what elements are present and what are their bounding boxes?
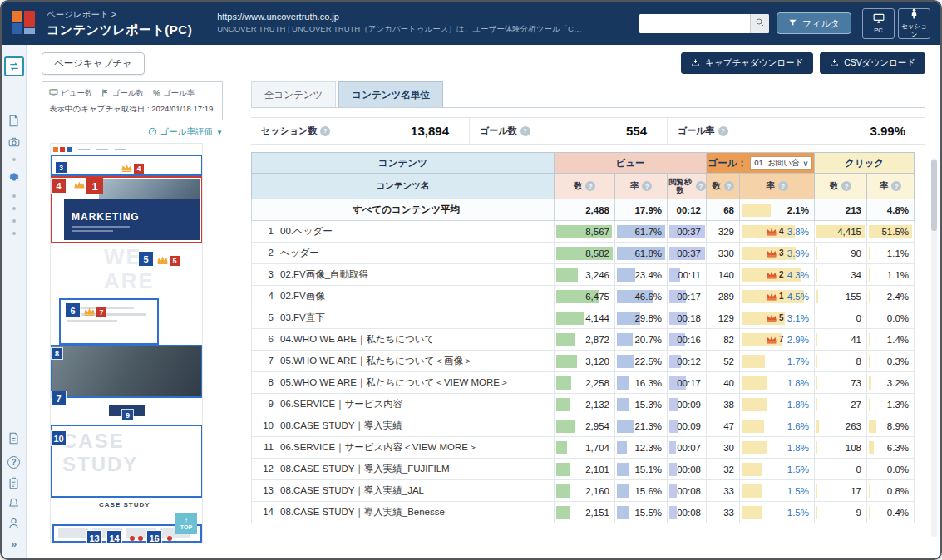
capture-region-chip[interactable]: 8 — [52, 348, 62, 359]
row-rank: 3 — [259, 269, 274, 279]
col-header-view-rate: 率? — [615, 174, 668, 199]
content-name: 06.SERVICE｜サービス内容 — [280, 399, 402, 409]
app-logo-icon[interactable] — [12, 11, 37, 36]
csv-download-button[interactable]: CSVダウンロード — [820, 52, 925, 74]
content-name: 02.FV画像 — [280, 291, 325, 301]
capture-region-chip[interactable]: 9 — [122, 410, 133, 420]
row-rank: 12 — [259, 464, 274, 474]
search-icon — [755, 17, 765, 30]
sidebar-camera-icon[interactable] — [8, 137, 20, 147]
device-pc-button[interactable]: PC — [862, 8, 895, 39]
main-content: ページキャプチャ キャプチャダウンロード CSVダウンロード — [27, 45, 940, 558]
sidebar-settings-gear-icon[interactable] — [7, 170, 21, 184]
flag-icon — [101, 89, 109, 99]
sidebar-memo-icon[interactable] — [8, 477, 19, 489]
content-name: 03.FV直下 — [280, 312, 325, 322]
table-row[interactable]: 503.FV直下4,14429.8%00:1812953.1%00.0% — [252, 307, 915, 329]
table-row[interactable]: 1308.CASE STUDY｜導入実績_JAL2,16015.6%00:083… — [252, 480, 915, 502]
table-row[interactable]: 402.FV画像6,47546.6%00:1728914.5%1552.4% — [252, 286, 915, 307]
content-report-table: コンテンツ ビュー ゴール： 01. お問い合 ∨ — [251, 152, 915, 523]
row-rank: 10 — [259, 420, 274, 430]
sidebar-compare-icon[interactable] — [4, 56, 24, 76]
help-icon[interactable]: ? — [891, 181, 901, 191]
legend-goal-rate: % ゴール率 — [153, 88, 195, 99]
row-rank: 8 — [259, 377, 274, 387]
crown-icon — [766, 332, 777, 347]
sidebar-report-icon[interactable] — [8, 432, 19, 445]
table-row[interactable]: 705.WHO WE ARE｜私たちについて＜画像＞3,12022.5%00:1… — [252, 351, 915, 372]
help-icon[interactable]: ? — [585, 181, 595, 191]
capture-region-chip[interactable]: 3 — [56, 162, 67, 173]
sidebar-document-icon[interactable] — [8, 115, 19, 127]
sidebar-expand-icon[interactable]: » — [11, 538, 17, 550]
table-row[interactable]: 2ヘッダー8,58261.8%00:3733033.9%901.1% — [252, 243, 915, 264]
sidebar-account-icon[interactable] — [8, 518, 19, 529]
capture-marker-dot — [138, 536, 143, 541]
col-header-view-count: 数? — [555, 174, 615, 199]
thumb-case-study-caption: CASE STUDY — [99, 501, 150, 508]
sidebar-dot-icon — [12, 232, 16, 235]
row-rank: 7 — [259, 356, 274, 366]
filter-button[interactable]: フィルタ — [777, 12, 851, 34]
table-row[interactable]: 302.FV画像_自動取得3,24623.4%00:1114024.3%341.… — [252, 264, 915, 286]
capture-region-chip[interactable]: 4 — [52, 179, 66, 193]
vertical-scrollbar[interactable] — [931, 158, 937, 537]
help-icon[interactable]: ? — [320, 126, 330, 136]
capture-region-chip[interactable]: 10 — [52, 431, 66, 445]
help-icon[interactable]: ? — [642, 181, 652, 191]
capture-region-chip[interactable]: 13 — [87, 531, 101, 543]
table-row-average: すべてのコンテンツ平均2,48817.9%00:12682.1%2134.8% — [252, 199, 915, 221]
crown-rank-badge: 3 — [766, 246, 784, 261]
page-capture-thumbnail[interactable]: MARKETING WE ARE CASE STUDY — [50, 143, 203, 543]
summary-goal-rate: ゴール率?3.99% — [667, 118, 925, 144]
device-session-button[interactable]: セッション — [898, 8, 930, 39]
help-icon[interactable]: ? — [696, 181, 706, 191]
content-name: 08.CASE STUDY｜導入実績 — [280, 420, 402, 430]
help-icon[interactable]: ? — [778, 181, 788, 191]
goal-rate-eval-toggle[interactable]: ゴール率評価 ▼ — [42, 126, 223, 138]
breadcrumb[interactable]: ページレポート > — [47, 9, 192, 21]
capture-region-chip[interactable]: 7 — [52, 391, 66, 405]
page-capture-button[interactable]: ページキャプチャ — [42, 52, 145, 75]
row-rank: 6 — [259, 334, 274, 344]
content-name: 08.CASE STUDY｜導入実績_FUJIFILM — [280, 464, 450, 474]
tab-content-name-unit[interactable]: コンテンツ名単位 — [338, 81, 442, 107]
capture-download-button[interactable]: キャプチャダウンロード — [681, 52, 813, 74]
sidebar-help-icon[interactable]: ? — [7, 456, 20, 469]
help-icon[interactable]: ? — [724, 181, 734, 191]
table-row[interactable]: 1208.CASE STUDY｜導入実績_FUJIFILM2,10115.1%0… — [252, 459, 915, 480]
crown-rank-badge: 7 — [766, 332, 784, 347]
table-row[interactable]: 604.WHO WE ARE｜私たちについて2,87220.7%00:16827… — [252, 329, 915, 351]
capture-region-chip[interactable]: 14 — [107, 531, 121, 543]
crown-rank-badge: 4 — [766, 224, 784, 239]
app-window: ページレポート > コンテンツレポート(PC) https://www.unco… — [0, 0, 942, 560]
capture-region-chip[interactable]: 16 — [147, 531, 161, 543]
crown-icon — [83, 305, 96, 320]
search-input[interactable] — [639, 14, 750, 33]
table-row[interactable]: 1008.CASE STUDY｜導入実績2,95421.3%00:09471.6… — [252, 415, 915, 437]
summary-value: 554 — [626, 124, 657, 138]
help-icon[interactable]: ? — [718, 126, 728, 136]
page-url[interactable]: https://www.uncovertruth.co.jp — [217, 12, 583, 22]
crown-icon — [766, 246, 777, 261]
help-icon[interactable]: ? — [520, 126, 530, 136]
table-row[interactable]: 100.ヘッダー8,56761.7%00:3732943.8%4,41551.5… — [252, 221, 915, 243]
back-to-top-button[interactable]: ↑ TOP — [175, 513, 197, 534]
table-row[interactable]: 1408.CASE STUDY｜導入実績_Benesse2,15115.5%00… — [252, 502, 915, 523]
table-row[interactable]: 906.SERVICE｜サービス内容2,13215.3%00:09381.8%2… — [252, 394, 915, 415]
capture-region-chip[interactable]: 5 — [139, 252, 153, 266]
help-icon[interactable]: ? — [841, 181, 851, 191]
scrollbar-thumb[interactable] — [931, 160, 937, 231]
content-name: 00.ヘッダー — [280, 226, 333, 236]
table-row[interactable]: 805.WHO WE ARE｜私たちについて＜VIEW MORE＞2,25816… — [252, 372, 915, 394]
content-name: 02.FV画像_自動取得 — [280, 269, 368, 279]
sidebar-notifications-bell-icon[interactable] — [8, 498, 19, 509]
capture-marker-dot — [130, 536, 135, 541]
summary-value: 3.99% — [870, 124, 915, 138]
sidebar-dot-icon — [12, 207, 16, 210]
table-row[interactable]: 1106.SERVICE｜サービス内容＜VIEW MORE＞1,70412.3%… — [252, 437, 915, 459]
search-button[interactable] — [750, 14, 769, 33]
tab-all-contents[interactable]: 全コンテンツ — [251, 81, 336, 107]
capture-region-chip[interactable]: 6 — [66, 303, 80, 317]
goal-select-dropdown[interactable]: 01. お問い合 ∨ — [750, 156, 812, 170]
